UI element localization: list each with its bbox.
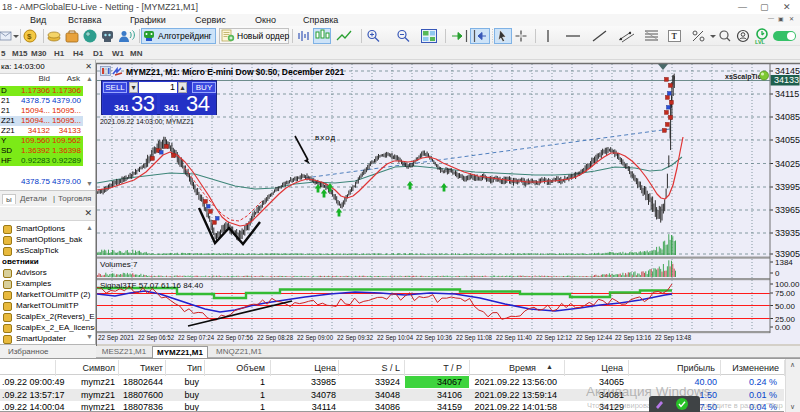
svg-text:вход: вход xyxy=(315,133,336,142)
svg-text:33965: 33965 xyxy=(775,205,800,215)
svg-text:22 Sep 07:24: 22 Sep 07:24 xyxy=(178,334,214,342)
svg-text:Новый ордер: Новый ордер xyxy=(237,31,290,41)
svg-text:22 Sep 07:56: 22 Sep 07:56 xyxy=(217,334,253,342)
svg-text:22 Sep 09:00: 22 Sep 09:00 xyxy=(297,334,333,342)
svg-text:22 Sep 10:04: 22 Sep 10:04 xyxy=(377,334,413,342)
svg-text:LVL: LVL xyxy=(755,39,766,45)
svg-text:33905: 33905 xyxy=(775,249,800,259)
svg-text:75.00: 75.00 xyxy=(775,289,796,298)
svg-text:22 Sep 09:32: 22 Sep 09:32 xyxy=(337,334,373,342)
svg-text:Volumes 7: Volumes 7 xyxy=(100,260,138,269)
svg-text:22 Sep 13:16: 22 Sep 13:16 xyxy=(615,334,651,342)
svg-text:22 Sep 08:28: 22 Sep 08:28 xyxy=(257,334,293,342)
svg-text:34115: 34115 xyxy=(775,89,799,99)
svg-text:22 Sep 11:40: 22 Sep 11:40 xyxy=(496,334,532,342)
svg-text:Алготрейдинг: Алготрейдинг xyxy=(158,31,212,41)
svg-text:0.00: 0.00 xyxy=(775,323,791,332)
svg-text:34145: 34145 xyxy=(775,66,800,76)
svg-text:22 Sep 2021: 22 Sep 2021 xyxy=(98,334,134,342)
svg-text:T: T xyxy=(672,32,678,41)
svg-text:22 Sep 11:08: 22 Sep 11:08 xyxy=(456,334,492,342)
svg-text:Signal3TF 57.07 61.16 84.40: Signal3TF 57.07 61.16 84.40 xyxy=(100,281,204,290)
svg-text:34055: 34055 xyxy=(775,135,800,145)
svg-text:50.00: 50.00 xyxy=(775,302,796,311)
svg-text:1384: 1384 xyxy=(775,258,793,267)
svg-text:0: 0 xyxy=(775,269,780,278)
svg-text:22 Sep 12:12: 22 Sep 12:12 xyxy=(536,334,572,342)
svg-text:34025: 34025 xyxy=(775,159,800,169)
svg-text:33995: 33995 xyxy=(775,182,800,192)
svg-text:100.00: 100.00 xyxy=(775,280,800,289)
svg-text:34085: 34085 xyxy=(775,112,800,122)
svg-text:22 Sep 10:36: 22 Sep 10:36 xyxy=(416,334,452,342)
svg-text:33935: 33935 xyxy=(775,228,800,238)
svg-text:22 Sep 06:52: 22 Sep 06:52 xyxy=(138,334,174,342)
svg-text:$: $ xyxy=(27,32,32,41)
svg-text:22 Sep 12:44: 22 Sep 12:44 xyxy=(576,334,612,342)
svg-text:34133: 34133 xyxy=(774,75,799,85)
svg-text:22 Sep 13:48: 22 Sep 13:48 xyxy=(655,334,691,342)
